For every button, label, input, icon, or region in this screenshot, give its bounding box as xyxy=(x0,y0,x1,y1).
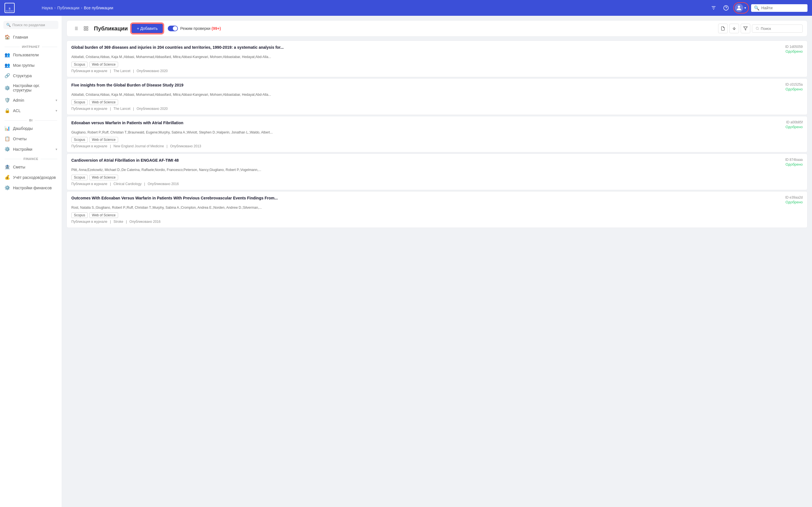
grid-view-btn[interactable] xyxy=(82,24,91,33)
top-search-box[interactable]: 🔍 xyxy=(751,4,808,12)
breadcrumb-all-publications[interactable]: Все публикации xyxy=(84,6,113,10)
pub-status-badge: Одобрено xyxy=(785,200,803,204)
breadcrumb: Наука › Публикации › Все публикации xyxy=(42,6,705,10)
estimates-icon: 🏦 xyxy=(4,164,10,170)
nav-icons: ▾ 🔍 xyxy=(709,2,808,13)
sidebar-section-intranet: ИНТРАНЕТ xyxy=(0,42,62,50)
sidebar-item-label: Пользователи xyxy=(13,53,57,57)
sidebar-item-my-groups[interactable]: 👥 Мои группы xyxy=(0,60,62,70)
pub-id-status: ID a00b85f Одобрено xyxy=(769,120,803,129)
sidebar-search-input[interactable]: 🔍 Поиск по разделам xyxy=(3,21,58,29)
mode-toggle: Режим проверки (99+) xyxy=(168,25,221,31)
filter-btn[interactable] xyxy=(741,24,750,33)
pub-meta: Публикация в журнале | Stroke | Опублико… xyxy=(71,220,803,224)
sidebar-search-area: 🔍 Поиск по разделам xyxy=(0,19,62,32)
pub-authors: Plitt, Anna;Ezekowitz, Michael D.;De Cat… xyxy=(71,168,803,172)
pub-tags: ScopusWeb of Science xyxy=(71,100,803,105)
content-header: Публикации + Добавить Режим проверки (99… xyxy=(66,20,808,37)
sidebar-item-home[interactable]: 🏠 Главная xyxy=(0,32,62,42)
sidebar-item-label: Admin xyxy=(13,98,53,103)
header-search-input[interactable] xyxy=(761,26,799,31)
sidebar-item-users[interactable]: 👥 Пользователи xyxy=(0,50,62,60)
svg-marker-20 xyxy=(744,27,747,30)
sidebar-item-label: Сметы xyxy=(13,165,57,169)
publication-tag[interactable]: Web of Science xyxy=(89,62,118,67)
pub-title[interactable]: Five insights from the Global Burden of … xyxy=(71,82,764,88)
home-icon: 🏠 xyxy=(4,34,10,40)
pub-meta-sep: | xyxy=(110,69,111,73)
sidebar-item-org-settings[interactable]: ⚙️ Настройки орг. структуры xyxy=(0,81,62,95)
pub-meta: Публикация в журнале | Clinical Cardiolo… xyxy=(71,182,803,186)
sidebar-item-settings[interactable]: ⚙️ Настройки ▾ xyxy=(0,144,62,154)
pub-meta-sep: | xyxy=(126,220,127,224)
sidebar-section-bi: BI xyxy=(0,116,62,123)
mode-toggle-switch[interactable] xyxy=(168,25,178,31)
publication-tag[interactable]: Scopus xyxy=(71,175,88,180)
pub-title[interactable]: Edoxaban versus Warfarin in Patients wit… xyxy=(71,120,764,126)
pub-journal: New England Journal of Medicine xyxy=(114,144,164,148)
user-menu-btn[interactable]: ▾ xyxy=(733,2,749,13)
publication-tag[interactable]: Scopus xyxy=(71,137,88,143)
pub-published-label: Опубликовано 2020 xyxy=(137,107,167,111)
svg-rect-16 xyxy=(87,26,88,28)
pub-published-label: Опубликовано 2016 xyxy=(130,220,160,224)
sidebar-item-admin[interactable]: 🛡️ Admin ▾ xyxy=(0,95,62,105)
pub-id: ID c01525a xyxy=(785,82,803,87)
admin-icon: 🛡️ xyxy=(4,98,10,103)
breadcrumb-sep-1: › xyxy=(54,6,56,10)
pub-journal: The Lancet xyxy=(114,107,131,111)
publication-tag[interactable]: Web of Science xyxy=(89,212,118,218)
publication-item: Outcomes With Edoxaban Versus Warfarin i… xyxy=(66,191,808,228)
sidebar-item-acl[interactable]: 🔒 ACL ▾ xyxy=(0,105,62,116)
sidebar: 🔍 Поиск по разделам 🏠 Главная ИНТРАНЕТ 👥… xyxy=(0,16,62,507)
pub-meta: Публикация в журнале | The Lancet | Опуб… xyxy=(71,69,803,73)
pub-header: Five insights from the Global Burden of … xyxy=(71,82,803,91)
pub-title[interactable]: Outcomes With Edoxaban Versus Warfarin i… xyxy=(71,195,764,201)
sidebar-item-label: Отчеты xyxy=(13,136,57,141)
sidebar-item-expenses[interactable]: 💰 Учёт расходов/доходов xyxy=(0,172,62,182)
sidebar-item-label: Учёт расходов/доходов xyxy=(13,175,57,180)
publication-tag[interactable]: Web of Science xyxy=(89,175,118,180)
logo-area: S SECHENOV xyxy=(4,3,38,13)
pub-title[interactable]: Cardioversion of Atrial Fibrillation in … xyxy=(71,158,764,163)
publication-tag[interactable]: Scopus xyxy=(71,212,88,218)
sidebar-item-label: Дашборды xyxy=(13,126,57,131)
mode-label: Режим проверки (99+) xyxy=(180,26,221,31)
list-view-btn[interactable] xyxy=(71,24,80,33)
pub-title[interactable]: Global burden of 369 diseases and injuri… xyxy=(71,45,764,50)
publication-tag[interactable]: Scopus xyxy=(71,62,88,67)
top-search-input[interactable] xyxy=(761,6,805,10)
pub-meta-sep: | xyxy=(110,182,111,186)
sidebar-item-label: ACL xyxy=(13,108,53,113)
sidebar-item-estimates[interactable]: 🏦 Сметы xyxy=(0,162,62,172)
pub-journal: Stroke xyxy=(114,220,123,224)
publications-list: Global burden of 369 diseases and injuri… xyxy=(66,41,808,228)
breadcrumb-nauka[interactable]: Наука xyxy=(42,6,53,10)
sidebar-item-label: Настройки орг. структуры xyxy=(13,83,57,93)
pub-header: Outcomes With Edoxaban Versus Warfarin i… xyxy=(71,195,803,204)
sidebar-item-reports[interactable]: 📋 Отчеты xyxy=(0,133,62,144)
pub-meta-sep: | xyxy=(167,144,167,148)
publication-tag[interactable]: Web of Science xyxy=(89,137,118,143)
sidebar-item-fin-settings[interactable]: ⚙️ Настройки финансов xyxy=(0,182,62,193)
acl-icon: 🔒 xyxy=(4,108,10,113)
pub-header: Cardioversion of Atrial Fibrillation in … xyxy=(71,158,803,166)
groups-icon: 👥 xyxy=(4,62,10,68)
publication-item: Cardioversion of Atrial Fibrillation in … xyxy=(66,154,808,190)
publication-item: Five insights from the Global Burden of … xyxy=(66,78,808,115)
export-btn[interactable] xyxy=(718,24,728,33)
header-search-box[interactable] xyxy=(752,24,803,33)
pub-id: ID 874baaa xyxy=(785,158,803,162)
publication-tag[interactable]: Scopus xyxy=(71,100,88,105)
mode-count: (99+) xyxy=(211,26,221,31)
breadcrumb-publications[interactable]: Публикации xyxy=(57,6,79,10)
publication-tag[interactable]: Web of Science xyxy=(89,100,118,105)
filter-icon-btn[interactable] xyxy=(709,3,719,13)
sidebar-item-structure[interactable]: 🔗 Структура xyxy=(0,70,62,81)
help-icon-btn[interactable] xyxy=(721,3,731,13)
pub-id-status: ID c01525a Одобрено xyxy=(769,82,803,91)
sort-btn[interactable] xyxy=(729,24,739,33)
add-publication-button[interactable]: + Добавить xyxy=(131,23,163,34)
org-settings-icon: ⚙️ xyxy=(4,86,10,91)
sidebar-item-dashboards[interactable]: 📊 Дашборды xyxy=(0,123,62,133)
